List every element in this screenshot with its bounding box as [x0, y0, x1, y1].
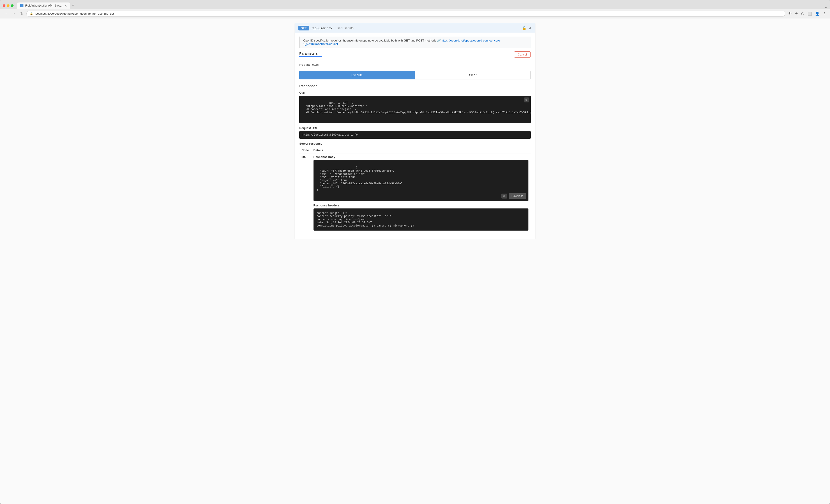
- tab-dropdown-button[interactable]: ⌄: [825, 5, 827, 9]
- tab-title: Fief Authentication API - Swa...: [25, 4, 62, 7]
- cancel-button[interactable]: Cancel: [514, 52, 531, 58]
- details-column-header: Details: [311, 147, 531, 153]
- sidebar-button[interactable]: ⬜: [806, 10, 813, 17]
- address-bar[interactable]: 🔒 localhost:8000/docs#/default/user_user…: [26, 10, 785, 17]
- lock-icon: 🔒: [30, 12, 33, 15]
- extensions-button[interactable]: ⬡: [800, 10, 805, 17]
- browser-navbar: ← → ↻ 🔒 localhost:8000/docs#/default/use…: [0, 9, 830, 19]
- endpoint-header: GET /api/userinfo User:UserInfo 🔒 ∧: [295, 23, 535, 33]
- maximize-window-button[interactable]: [11, 4, 13, 7]
- clear-button[interactable]: Clear: [415, 71, 531, 80]
- no-params-text: No parameters: [299, 63, 531, 66]
- curl-label: Curl: [299, 91, 531, 94]
- profile-button[interactable]: 👤: [814, 10, 821, 17]
- response-headers-block: content-length: 176 content-security-pol…: [314, 209, 529, 230]
- endpoint-tag: User:UserInfo: [336, 26, 353, 30]
- traffic-lights: [3, 4, 13, 7]
- server-response-section: Server response Code Details: [299, 142, 531, 232]
- description-text: OpenID specification requires the /useri…: [303, 39, 441, 42]
- copy-curl-button[interactable]: ⧉: [524, 97, 529, 102]
- params-header: Parameters Cancel: [299, 52, 531, 59]
- download-button[interactable]: Download: [509, 193, 526, 199]
- table-row: 200 Response body { "sub": "57778c69-653…: [299, 153, 531, 232]
- execute-button[interactable]: Execute: [299, 71, 415, 80]
- reader-view-button[interactable]: 👁: [787, 11, 793, 17]
- parameters-underline: [299, 56, 322, 57]
- browser-window: Fief Authentication API - Swa... ✕ + ⌄ ←…: [0, 0, 830, 504]
- back-button[interactable]: ←: [3, 11, 9, 17]
- endpoint-header-actions: 🔒 ∧: [522, 26, 532, 30]
- request-url-section: Request URL http://localhost:8000/api/us…: [299, 126, 531, 139]
- tab-close-button[interactable]: ✕: [64, 4, 67, 7]
- nav-actions: 👁 ★ ⬡ ⬜ 👤 ⋮: [787, 10, 827, 17]
- server-response-label: Server response: [299, 142, 531, 145]
- request-url-value: http://localhost:8000/api/userinfo: [299, 131, 531, 139]
- auth-lock-button[interactable]: 🔒: [522, 26, 526, 30]
- menu-button[interactable]: ⋮: [822, 10, 827, 17]
- swagger-container: GET /api/userinfo User:UserInfo 🔒 ∧ Open…: [291, 19, 539, 244]
- response-body-block: { "sub": "57778c69-653b-4643-bec6-6706c1…: [314, 160, 529, 201]
- response-body-label: Response body: [314, 155, 529, 159]
- response-body-actions: ⧉ Download: [501, 193, 526, 199]
- response-code: 200: [299, 153, 311, 232]
- browser-titlebar: Fief Authentication API - Swa... ✕ + ⌄: [0, 0, 830, 9]
- code-column-header: Code: [299, 147, 311, 153]
- parameters-title: Parameters: [299, 52, 322, 55]
- method-badge: GET: [298, 26, 309, 30]
- response-headers-label: Response headers: [314, 204, 529, 207]
- tab-bar: Fief Authentication API - Swa... ✕ + ⌄: [17, 2, 827, 9]
- forward-button[interactable]: →: [11, 11, 17, 17]
- refresh-button[interactable]: ↻: [19, 10, 25, 17]
- collapse-button[interactable]: ∧: [529, 26, 532, 30]
- action-buttons: Execute Clear: [299, 71, 531, 80]
- response-body-text: { "sub": "57778c69-653b-4643-bec6-6706c1…: [317, 166, 405, 192]
- endpoint-block: GET /api/userinfo User:UserInfo 🔒 ∧ Open…: [294, 23, 536, 239]
- copy-response-button[interactable]: ⧉: [501, 194, 507, 198]
- curl-command-text: curl -X 'GET' \ 'http://localhost:8000/a…: [302, 101, 531, 114]
- close-window-button[interactable]: [3, 4, 5, 7]
- endpoint-description: OpenID specification requires the /useri…: [299, 36, 531, 48]
- endpoint-body: OpenID specification requires the /useri…: [295, 33, 535, 239]
- minimize-window-button[interactable]: [7, 4, 9, 7]
- browser-content: GET /api/userinfo User:UserInfo 🔒 ∧ Open…: [0, 19, 830, 504]
- address-text: localhost:8000/docs#/default/user_userin…: [35, 12, 782, 15]
- endpoint-path: /api/userinfo: [312, 26, 332, 30]
- responses-section: Responses Curl curl -X 'GET' \ 'http://l…: [299, 84, 531, 232]
- response-details: Response body { "sub": "57778c69-653b-46…: [311, 153, 531, 232]
- curl-section: Curl curl -X 'GET' \ 'http://localhost:8…: [299, 91, 531, 123]
- browser-controls: Fief Authentication API - Swa... ✕ + ⌄: [3, 2, 827, 9]
- response-table: Code Details 200 Response body: [299, 147, 531, 232]
- request-url-label: Request URL: [299, 126, 531, 130]
- bookmark-button[interactable]: ★: [794, 10, 799, 17]
- new-tab-button[interactable]: +: [70, 2, 76, 9]
- tab-favicon: [20, 4, 24, 7]
- active-tab[interactable]: Fief Authentication API - Swa... ✕: [17, 2, 70, 9]
- params-title-group: Parameters: [299, 52, 322, 59]
- curl-code-block: curl -X 'GET' \ 'http://localhost:8000/a…: [299, 96, 531, 123]
- responses-title: Responses: [299, 84, 531, 88]
